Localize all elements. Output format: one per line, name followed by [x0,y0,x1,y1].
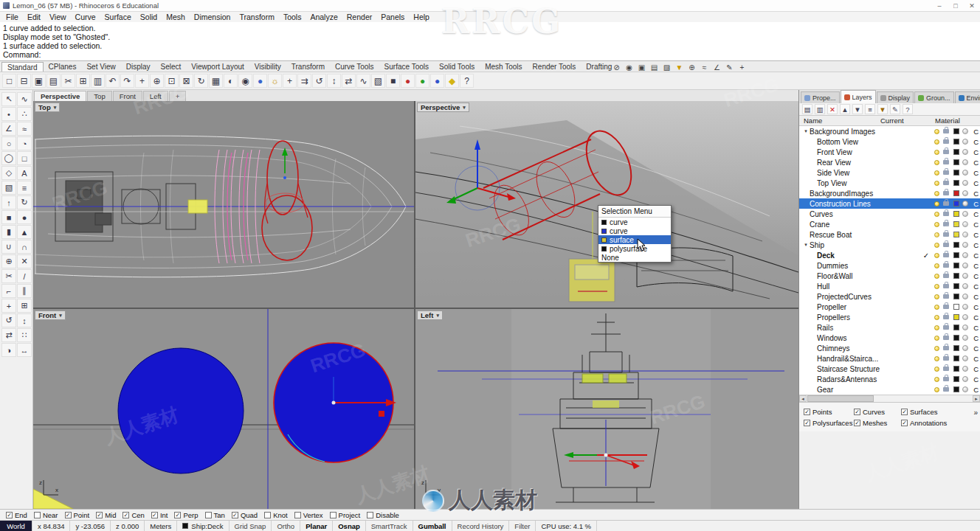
layer-visibility-bulb-icon[interactable] [934,243,939,248]
toolbar-tab-transform[interactable]: Transform [286,62,330,72]
solid-tools-icon[interactable]: ■ [386,74,400,88]
viewport-layout-icon[interactable]: ▦ [209,74,223,88]
layer-visibility-bulb-icon[interactable] [934,181,939,186]
layer-material-icon[interactable] [962,304,968,310]
osnap-checkbox-near[interactable] [34,512,41,518]
menu-analyze[interactable]: Analyze [306,13,342,21]
layer-visibility-bulb-icon[interactable] [934,336,939,341]
record-icon[interactable]: ◉ [624,63,635,72]
measure-icon[interactable]: ≈ [699,63,710,72]
layer-color-swatch[interactable] [953,232,959,237]
material-green-icon[interactable]: ● [415,74,429,88]
display-mode-icon[interactable]: ◐ [224,74,238,88]
layer-row-propeller[interactable]: PropellerC [799,302,980,312]
no-entry-icon[interactable]: ⊘ [611,63,622,72]
layer-color-swatch[interactable] [953,170,959,176]
layer-row-construction-lines[interactable]: Construction LinesC [799,198,980,209]
selection-menu-item-curve[interactable]: curve [598,218,671,226]
menu-tools[interactable]: Tools [279,13,306,21]
layer-row-propellers[interactable]: PropellersC [799,312,980,322]
menu-dimension[interactable]: Dimension [190,13,235,21]
layer-material-icon[interactable] [962,252,968,258]
panel-tab-properties[interactable]: Prope... [801,91,840,103]
filter-layers-icon[interactable]: ▼ [877,104,888,114]
split-icon[interactable]: / [17,269,32,283]
layer-visibility-bulb-icon[interactable] [934,284,939,289]
layer-material-icon[interactable] [962,283,968,289]
layer-material-icon[interactable] [962,149,968,155]
surface-3pt-icon[interactable]: ▧ [1,181,16,195]
viewport-tab-left[interactable]: Left [143,91,168,101]
layer-lock-icon[interactable] [943,243,949,247]
toolbar-tab-display[interactable]: Display [121,62,156,72]
layer-color-swatch[interactable] [953,314,959,320]
copy-icon[interactable]: ⊞ [76,74,90,88]
viewport-perspective[interactable]: Perspective ▾ Selection Menu curvecurves… [415,101,798,308]
viewport-tab-top[interactable]: Top [87,91,111,101]
layer-material-icon[interactable] [962,221,968,227]
command-prompt[interactable]: Command: [3,50,977,59]
layer-row-radars-antennas[interactable]: Radars&AntennasC [799,374,980,384]
toolbar-tab-mesh-tools[interactable]: Mesh Tools [480,62,527,72]
layer-row-hull[interactable]: HullC [799,281,980,291]
layer-color-swatch[interactable] [953,355,959,361]
filter-points[interactable]: ✓Points [804,406,852,417]
circle-icon[interactable]: ○ [1,136,16,150]
freeform-curve-icon[interactable]: ≈ [17,122,32,136]
new-layer-icon[interactable]: ▤ [802,104,812,114]
osnap-checkbox-tan[interactable] [205,512,212,518]
layer-row-floor-wall[interactable]: Floor&WallC [799,271,980,281]
layer-visibility-bulb-icon[interactable] [934,170,939,176]
help-icon[interactable]: ? [460,74,474,88]
layer-row-windows[interactable]: WindowsC [799,333,980,343]
menu-solid[interactable]: Solid [136,13,162,21]
layer-lock-icon[interactable] [943,139,949,144]
zoom-extents-icon[interactable]: ⊠ [179,74,193,88]
layer-color-swatch[interactable] [953,335,959,341]
panel-tab-environment[interactable]: Enviro... [955,91,980,103]
layer-visibility-bulb-icon[interactable] [934,191,939,196]
trim-icon[interactable]: ✂ [1,269,16,283]
filter-meshes[interactable]: ✓Meshes [854,417,900,428]
viewport-front[interactable]: z x Front ▾ [33,309,414,509]
toggle-ortho[interactable]: Ortho [272,521,300,531]
maximize-button[interactable]: □ [948,0,964,11]
layer-visibility-bulb-icon[interactable] [934,377,939,382]
osnap-quad[interactable]: ✓Quad [232,511,258,519]
menu-panels[interactable]: Panels [376,13,409,21]
new-sublayer-icon[interactable]: ▥ [815,104,825,114]
layer-row-top-view[interactable]: Top ViewC [799,178,980,188]
paste-icon[interactable]: ▥ [91,74,105,88]
layer-lock-icon[interactable] [943,284,949,288]
mirror-icon[interactable]: ⇄ [342,74,356,88]
layer-lock-icon[interactable] [943,305,949,309]
layer-lock-icon[interactable] [943,201,949,206]
osnap-knot[interactable]: Knot [264,511,288,519]
zoom-dynamic-icon[interactable]: ⊕ [150,74,164,88]
osnap-disable[interactable]: Disable [367,511,399,519]
layer-material-icon[interactable] [962,211,968,217]
panel-help-icon[interactable]: ? [903,104,913,114]
layer-visibility-bulb-icon[interactable] [934,325,939,330]
layer-visibility-bulb-icon[interactable] [934,129,939,134]
layer-material-icon[interactable] [962,242,968,248]
point-icon[interactable]: • [1,107,16,121]
layer-material-icon[interactable] [962,232,968,237]
layer-color-swatch[interactable] [953,139,959,145]
layer-color-swatch[interactable] [953,252,959,258]
layer-row-handrail-stairca[interactable]: Handrail&Stairca...C [799,353,980,364]
osnap-checkbox-perp[interactable]: ✓ [174,512,181,518]
collapse-arrow-icon[interactable]: ▾ [802,128,810,134]
toolbar-tab-render-tools[interactable]: Render Tools [528,62,582,72]
layer-lock-icon[interactable] [943,274,949,278]
layer-visibility-bulb-icon[interactable] [934,387,939,392]
cylinder-icon[interactable]: ▮ [1,225,16,239]
layer-visibility-bulb-icon[interactable] [934,263,939,268]
explode-icon[interactable]: ✕ [17,254,32,268]
layers-horizontal-scrollbar[interactable]: ◄ ► [799,395,980,402]
layer-lock-icon[interactable] [943,263,949,268]
layer-color-swatch[interactable] [953,128,959,134]
layer-color-swatch[interactable] [953,386,959,392]
layer-material-icon[interactable] [962,335,968,341]
toolbar-tab-surface-tools[interactable]: Surface Tools [379,62,434,72]
